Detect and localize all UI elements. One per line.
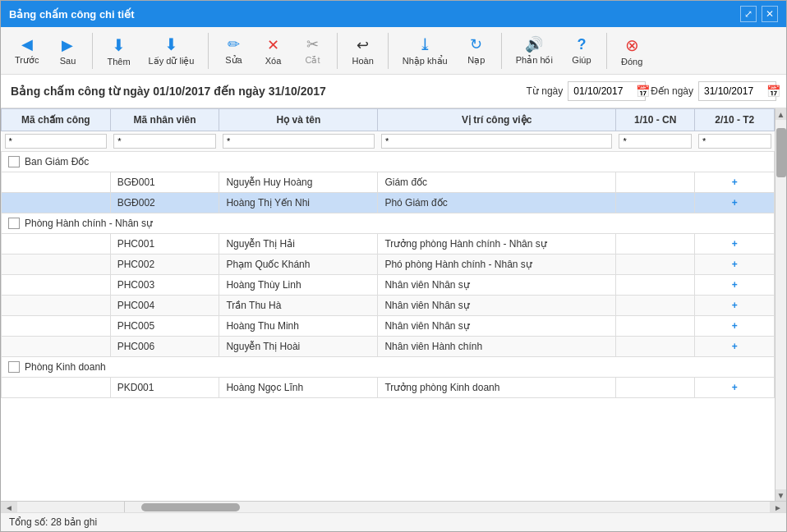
hscroll-right-track[interactable] bbox=[125, 502, 770, 512]
cell-ho-ten: Nguyễn Thị Hải bbox=[219, 234, 378, 255]
main-window: Bảng chấm công chi tiết ⤢ ✕ ◀ Trước ▶ Sa… bbox=[0, 0, 787, 532]
get-data-icon: ⬇ bbox=[164, 34, 178, 54]
group-name: Phòng Hành chính - Nhân sự bbox=[25, 218, 153, 229]
plus-button[interactable]: + bbox=[732, 197, 738, 209]
cell-ma-cham-cong bbox=[2, 234, 111, 255]
group-name: Ban Giám Đốc bbox=[25, 156, 89, 167]
filter-ma-nhan-vien[interactable] bbox=[113, 134, 216, 149]
table-row[interactable]: PHC002 Phạm Quốc Khánh Phó phòng Hành ch… bbox=[2, 255, 775, 275]
scroll-down-button[interactable]: ▼ bbox=[775, 489, 786, 501]
cell-ma-nhan-vien: PKD001 bbox=[110, 378, 219, 398]
separator-3 bbox=[337, 33, 338, 69]
from-date-input[interactable] bbox=[573, 85, 633, 97]
get-data-button[interactable]: ⬇ Lấy dữ liệu bbox=[141, 30, 202, 71]
close-app-icon: ⊗ bbox=[625, 35, 639, 55]
import-button[interactable]: ⤓ Nhập khẩu bbox=[395, 30, 455, 71]
edit-icon: ✏ bbox=[228, 35, 240, 53]
cell-col5 bbox=[615, 172, 695, 193]
table-row[interactable]: PHC003 Hoàng Thùy Linh Nhân viên Nhân sự… bbox=[2, 275, 775, 296]
delete-label: Xóa bbox=[265, 56, 282, 66]
col-1-10: 1/10 - CN bbox=[615, 109, 695, 131]
left-scroll-track[interactable] bbox=[17, 502, 124, 513]
from-calendar-icon[interactable]: 📅 bbox=[636, 85, 650, 98]
to-date-input[interactable] bbox=[704, 85, 763, 97]
undo-button[interactable]: ↩ Hoàn bbox=[344, 32, 380, 70]
table-row[interactable]: BGĐ001 Nguyễn Huy Hoàng Giám đốc + bbox=[2, 172, 775, 193]
next-button[interactable]: ▶ Sau bbox=[49, 32, 85, 70]
table-row[interactable]: PHC005 Hoàng Thu Minh Nhân viên Nhân sự … bbox=[2, 316, 775, 337]
cell-col6: + bbox=[695, 316, 775, 337]
group-name: Phòng Kinh doanh bbox=[25, 361, 106, 373]
group-checkbox[interactable] bbox=[8, 156, 20, 167]
filter-vi-tri[interactable] bbox=[381, 134, 613, 149]
table-row[interactable]: PHC004 Trần Thu Hà Nhân viên Nhân sự + bbox=[2, 296, 775, 316]
separator-2 bbox=[208, 33, 209, 69]
feedback-button[interactable]: 🔊 Phản hồi bbox=[509, 31, 560, 70]
help-button[interactable]: ? Giúp bbox=[564, 32, 600, 69]
group-checkbox[interactable] bbox=[8, 361, 20, 373]
add-label: Thêm bbox=[107, 57, 130, 66]
plus-button[interactable]: + bbox=[732, 259, 738, 270]
group-row: Phòng Hành chính - Nhân sự bbox=[2, 213, 775, 234]
table-wrapper: Mã chấm công Mã nhân viên Họ và tên Vị t… bbox=[1, 108, 786, 501]
plus-button[interactable]: + bbox=[732, 382, 738, 393]
cell-ma-nhan-vien: PHC005 bbox=[110, 316, 219, 337]
cell-vi-tri: Phó phòng Hành chính - Nhân sự bbox=[378, 255, 616, 275]
reload-button[interactable]: ↻ Nạp bbox=[458, 31, 495, 70]
table-filter-row bbox=[2, 131, 775, 152]
scroll-thumb[interactable] bbox=[776, 128, 786, 177]
cell-ma-cham-cong bbox=[2, 172, 111, 193]
plus-button[interactable]: + bbox=[732, 238, 738, 250]
forward-icon: ▶ bbox=[62, 36, 73, 54]
filter-ho-ten[interactable] bbox=[223, 134, 375, 149]
scroll-track[interactable] bbox=[775, 120, 786, 489]
plus-button[interactable]: + bbox=[732, 320, 738, 332]
separator-1 bbox=[92, 33, 93, 69]
get-data-label: Lấy dữ liệu bbox=[149, 56, 195, 66]
close-app-button[interactable]: ⊗ Đóng bbox=[614, 31, 650, 71]
table-container[interactable]: Mã chấm công Mã nhân viên Họ và tên Vị t… bbox=[1, 108, 775, 501]
filter-col6[interactable] bbox=[698, 134, 771, 149]
back-button[interactable]: ◀ Trước bbox=[7, 31, 46, 70]
filter-cell-6 bbox=[695, 131, 775, 152]
to-calendar-icon[interactable]: 📅 bbox=[766, 85, 780, 98]
hscroll-area: ◄ ► bbox=[1, 501, 786, 512]
filter-cell-4 bbox=[378, 131, 616, 152]
plus-button[interactable]: + bbox=[732, 341, 738, 352]
cell-col5 bbox=[615, 234, 695, 255]
toolbar: ◀ Trước ▶ Sau ⬇ Thêm ⬇ Lấy dữ liệu ✏ Sửa… bbox=[1, 27, 786, 75]
cell-vi-tri: Phó Giám đốc bbox=[378, 193, 616, 213]
hscroll-thumb[interactable] bbox=[141, 503, 240, 511]
col-2-10: 2/10 - T2 bbox=[695, 109, 775, 131]
cell-ma-cham-cong bbox=[2, 316, 111, 337]
vertical-scrollbar[interactable]: ▲ ▼ bbox=[775, 108, 786, 501]
maximize-button[interactable]: ⤢ bbox=[740, 6, 757, 22]
group-checkbox[interactable] bbox=[8, 218, 20, 229]
table-row[interactable]: PHC001 Nguyễn Thị Hải Trưởng phòng Hành … bbox=[2, 234, 775, 255]
cell-vi-tri: Nhân viên Nhân sự bbox=[378, 296, 616, 316]
cell-ma-nhan-vien: BGĐ002 bbox=[110, 193, 219, 213]
filter-col5[interactable] bbox=[619, 134, 692, 149]
plus-button[interactable]: + bbox=[732, 279, 738, 291]
delete-button[interactable]: ✕ Xóa bbox=[255, 32, 291, 70]
status-bar: Tổng số: 28 bản ghi bbox=[1, 512, 786, 531]
table-row[interactable]: PKD001 Hoàng Ngọc Lĩnh Trưởng phòng Kinh… bbox=[2, 378, 775, 398]
window-close-button[interactable]: ✕ bbox=[762, 6, 778, 22]
table-row[interactable]: PHC006 Nguyễn Thị Hoài Nhân viên Hành ch… bbox=[2, 337, 775, 357]
table-row[interactable]: BGĐ002 Hoàng Thị Yến Nhi Phó Giám đốc + bbox=[2, 193, 775, 213]
add-button[interactable]: ⬇ Thêm bbox=[99, 31, 137, 71]
scroll-up-button[interactable]: ▲ bbox=[775, 108, 786, 120]
plus-button[interactable]: + bbox=[732, 177, 738, 188]
hscroll-right-button[interactable]: ► bbox=[770, 502, 786, 513]
hscroll-left-button[interactable]: ◄ bbox=[1, 502, 17, 513]
cell-ma-cham-cong bbox=[2, 378, 111, 398]
plus-button[interactable]: + bbox=[732, 300, 738, 311]
filter-ma-cham-cong[interactable] bbox=[5, 134, 108, 149]
edit-button[interactable]: ✏ Sửa bbox=[215, 31, 251, 70]
cut-button[interactable]: ✂ Cắt bbox=[294, 31, 330, 70]
group-row: Phòng Kinh doanh bbox=[2, 357, 775, 378]
cell-ho-ten: Hoàng Thị Yến Nhi bbox=[219, 193, 378, 213]
cell-col5 bbox=[615, 337, 695, 357]
filter-title: Bảng chấm công từ ngày 01/10/2017 đến ng… bbox=[11, 85, 326, 98]
title-bar: Bảng chấm công chi tiết ⤢ ✕ bbox=[1, 1, 786, 27]
